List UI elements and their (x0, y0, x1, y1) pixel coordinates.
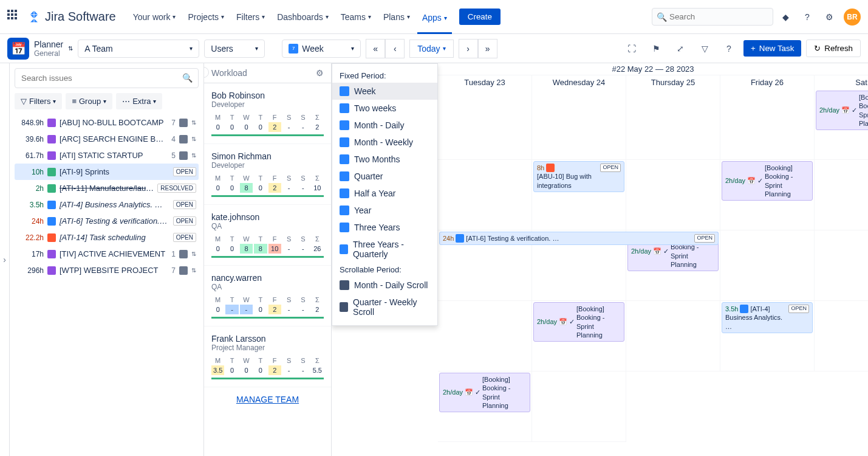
issue-row[interactable]: 17h[TIV] ACTIVE ACHIEVEMENT1⇅ (15, 246, 199, 262)
calendar-cell[interactable] (626, 301, 720, 371)
calendar-cell[interactable]: 2h/day 📅 ✓ [Booking] Booking - Sprint Pl… (720, 160, 815, 230)
search-issues-input[interactable] (15, 68, 199, 88)
extra-button[interactable]: ⋯Extra▾ (116, 93, 162, 109)
period-item[interactable]: Month - Weekly (332, 134, 437, 151)
calendar-cell[interactable] (626, 160, 720, 230)
nav-teams[interactable]: Teams▾ (336, 9, 376, 26)
issue-row[interactable]: 3.5h[ATI-4] Business Analytics. …OPEN (15, 196, 199, 213)
calendar-cell[interactable]: 2h/day 📅 ✓ [Booking] Booking - Sprint Pl… (532, 301, 626, 371)
create-button[interactable]: Create (459, 9, 501, 25)
help-icon[interactable]: ? (798, 7, 817, 27)
filters-button[interactable]: ▽Filters▾ (15, 93, 62, 109)
week-label: #22 May 22 — 28 2023 (438, 63, 868, 75)
booking-card[interactable]: 2h/day 📅 ✓ [Booking] Booking - Sprint Pl… (439, 373, 530, 412)
calendar-cell[interactable] (815, 301, 868, 371)
period-item[interactable]: Year (332, 202, 437, 219)
last-button[interactable]: » (478, 39, 497, 58)
notifications-icon[interactable]: ◆ (776, 7, 795, 27)
calendar-cell[interactable] (815, 230, 868, 301)
nav-projects[interactable]: Projects▾ (183, 9, 229, 26)
person-role: Project Manager (211, 344, 324, 352)
period-item[interactable]: Month - Daily Scroll (332, 277, 437, 294)
calendar-icon (340, 206, 349, 215)
today-button[interactable]: Today▾ (409, 40, 453, 58)
calendar-cell[interactable]: 2h/day 📅 ✓ [Booking] Booking - Sprint Pl… (438, 371, 532, 442)
testing-card[interactable]: 24h [ATI-6] Testing & verification. …OPE… (439, 232, 719, 245)
period-item[interactable]: Two Months (332, 151, 437, 168)
sidebar-toggle[interactable]: › (0, 63, 10, 456)
period-item[interactable]: Three Years - Quarterly (332, 236, 437, 263)
issue-type-icon (47, 250, 56, 258)
period-item[interactable]: Month - Daily (332, 117, 437, 134)
team-select[interactable]: A Team▾ (78, 40, 199, 58)
first-button[interactable]: « (366, 39, 385, 58)
calendar-cell[interactable] (438, 301, 532, 371)
period-item[interactable]: Three Years (332, 219, 437, 236)
issue-title: [ATI-11] Manufacture/launc… (60, 184, 154, 193)
calendar-panel: Fixed Period: WeekTwo weeksMonth - Daily… (332, 63, 868, 456)
new-task-button[interactable]: +New Task (743, 40, 801, 57)
nav-your-work[interactable]: Your work▾ (128, 9, 181, 26)
calendar-cell[interactable] (626, 89, 720, 160)
calendar-cell[interactable]: 2h/day 📅 ✓ [Booking] Booking - Sprint Pl… (815, 89, 868, 160)
issue-type-icon (47, 266, 56, 275)
calendar-cell[interactable] (532, 371, 626, 442)
calendar-cell[interactable] (720, 230, 815, 301)
calendar-cell[interactable] (438, 160, 532, 230)
calendar-cell[interactable] (438, 89, 532, 160)
issue-row[interactable]: 848.9h[ABU] NO-BULL BOOTCAMP7⇅ (15, 114, 199, 131)
settings-icon[interactable]: ⚙ (819, 7, 839, 27)
issue-type-icon (47, 201, 56, 209)
issue-row[interactable]: 296h[WTP] WEBSITE PROJECT7⇅ (15, 262, 199, 278)
issue-row[interactable]: 22.2h[ATI-14] Task schedulingOPEN (15, 229, 199, 246)
period-item[interactable]: Week (332, 83, 437, 100)
logo[interactable]: Jira Software (27, 10, 116, 24)
issue-row[interactable]: 10h[ATI-9] SprintsOPEN (15, 164, 199, 180)
app-switcher-icon[interactable] (7, 10, 22, 24)
prev-button[interactable]: ‹ (385, 39, 405, 58)
booking-card[interactable]: 2h/day 📅 ✓ [Booking] Booking - Sprint Pl… (722, 161, 813, 201)
help-icon[interactable]: ? (719, 39, 739, 58)
planner-selector[interactable]: 📅 Planner General ⇅ (7, 38, 73, 60)
nav-dashboards[interactable]: Dashboards▾ (272, 9, 333, 26)
booking-card[interactable]: 2h/day 📅 ✓ [Booking] Booking - Sprint Pl… (533, 302, 624, 342)
manage-team-link[interactable]: MANAGE TEAM (236, 395, 299, 404)
calendar-cell[interactable]: 8h OPEN[ABU-10] Bug with integrations (532, 160, 626, 230)
period-select[interactable]: 7Week▾ (282, 40, 361, 58)
period-item[interactable]: Half a Year (332, 185, 437, 202)
filter-icon[interactable]: ▽ (695, 39, 714, 58)
gear-icon[interactable]: ⚙ (316, 68, 324, 78)
issue-row[interactable]: 2h[ATI-11] Manufacture/launc…RESOLVED (15, 180, 199, 196)
issue-row[interactable]: 61.7h[ATI] STATIC STARTUP5⇅ (15, 147, 199, 164)
scan-icon[interactable]: ⛶ (622, 39, 641, 58)
ba-card[interactable]: 3.5h [ATI-4]OPENBusiness Analytics.… (722, 302, 813, 333)
search-input[interactable] (652, 8, 773, 26)
period-item[interactable]: Two weeks (332, 100, 437, 117)
bug-card[interactable]: 8h OPEN[ABU-10] Bug with integrations (533, 161, 624, 192)
fullscreen-icon[interactable]: ⤢ (671, 39, 690, 58)
users-select[interactable]: Users▾ (204, 40, 265, 58)
period-item[interactable]: Quarter - Weekly Scroll (332, 294, 437, 320)
calendar-cell[interactable]: 3.5h [ATI-4]OPENBusiness Analytics.… (720, 301, 815, 371)
calendar-cell[interactable]: 24h [ATI-6] Testing & verification. …OPE… (438, 230, 532, 301)
calendar-cell[interactable] (532, 89, 626, 160)
refresh-button[interactable]: ↻Refresh (806, 40, 861, 57)
period-item[interactable]: Quarter (332, 168, 437, 185)
avatar[interactable]: BR (844, 9, 861, 26)
calendar-cell[interactable] (815, 160, 868, 230)
nav-plans[interactable]: Plans▾ (378, 9, 415, 26)
nav-filters[interactable]: Filters▾ (231, 9, 270, 26)
issue-hours: 17h (17, 250, 44, 258)
day-header: Thursday 25 (626, 75, 720, 89)
date-nav: « ‹ (366, 39, 405, 58)
flag-icon[interactable]: ⚑ (646, 39, 666, 58)
sort-icon: ⇅ (191, 119, 196, 126)
global-search[interactable]: 🔍 (652, 8, 773, 26)
issue-row[interactable]: 39.6h[ARC] SEARCH ENGINE BAN…4⇅ (15, 131, 199, 147)
next-button[interactable]: › (459, 39, 478, 58)
issue-row[interactable]: 24h[ATI-6] Testing & verification. …OPEN (15, 213, 199, 229)
group-button[interactable]: ≡Group▾ (66, 93, 112, 109)
nav-apps[interactable]: Apps▾ (417, 9, 452, 34)
calendar-cell[interactable] (720, 89, 815, 160)
booking-card[interactable]: 2h/day 📅 ✓ [Booking] Booking - Sprint Pl… (816, 91, 868, 130)
